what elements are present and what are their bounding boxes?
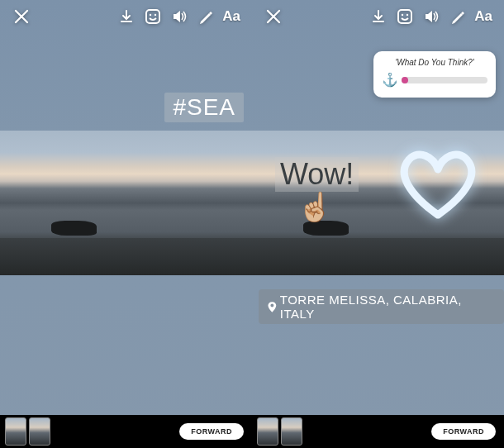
text-sticker-wow[interactable]: Wow! — [275, 157, 359, 192]
story-thumbnail[interactable] — [281, 417, 302, 446]
download-icon[interactable] — [367, 5, 390, 28]
poll-question: 'What Do You Think?' — [382, 58, 487, 67]
sound-icon[interactable] — [420, 5, 443, 28]
svg-point-5 — [407, 14, 408, 16]
heart-drawing[interactable] — [392, 145, 483, 227]
emoji-slider[interactable]: ⚓ — [382, 72, 487, 88]
forward-button[interactable]: FORWARD — [179, 423, 244, 440]
editor-toolbar: Aa — [0, 5, 252, 28]
draw-icon[interactable] — [194, 5, 217, 28]
svg-point-2 — [155, 14, 156, 16]
close-icon[interactable] — [10, 5, 33, 28]
draw-icon[interactable] — [446, 5, 469, 28]
story-editor-left: Aa #SEA FORWARD — [0, 0, 252, 448]
story-thumbnail[interactable] — [29, 417, 50, 446]
location-pin-icon — [267, 302, 278, 312]
story-thumbnail[interactable] — [5, 417, 26, 446]
sticker-icon[interactable] — [141, 5, 164, 28]
sticker-icon[interactable] — [393, 5, 416, 28]
bottom-bar: FORWARD — [252, 415, 504, 448]
hashtag-sticker[interactable]: #SEA — [164, 93, 244, 122]
sound-icon[interactable] — [168, 5, 191, 28]
close-icon[interactable] — [262, 5, 285, 28]
editor-toolbar: Aa — [252, 5, 504, 28]
svg-point-4 — [402, 14, 403, 16]
slider-track[interactable] — [402, 77, 487, 83]
svg-point-1 — [150, 14, 151, 16]
forward-button[interactable]: FORWARD — [431, 423, 496, 440]
location-text: TORRE MELISSA, CALABRIA, ITALY — [280, 293, 496, 321]
text-tool[interactable]: Aa — [471, 8, 496, 25]
finger-emoji-sticker[interactable]: ☝🏼 — [297, 190, 332, 223]
location-sticker[interactable]: TORRE MELISSA, CALABRIA, ITALY — [259, 289, 504, 324]
bottom-bar: FORWARD — [0, 415, 252, 448]
story-editor-right: Aa 'What Do You Think?' ⚓ Wow! ☝🏼 TORRE … — [252, 0, 504, 448]
background-photo — [0, 131, 252, 275]
story-thumbnail[interactable] — [257, 417, 278, 446]
text-tool[interactable]: Aa — [219, 8, 244, 25]
slider-emoji-icon: ⚓ — [382, 72, 398, 88]
download-icon[interactable] — [115, 5, 138, 28]
svg-rect-0 — [146, 10, 159, 23]
svg-rect-3 — [398, 10, 411, 23]
poll-sticker[interactable]: 'What Do You Think?' ⚓ — [373, 51, 496, 98]
